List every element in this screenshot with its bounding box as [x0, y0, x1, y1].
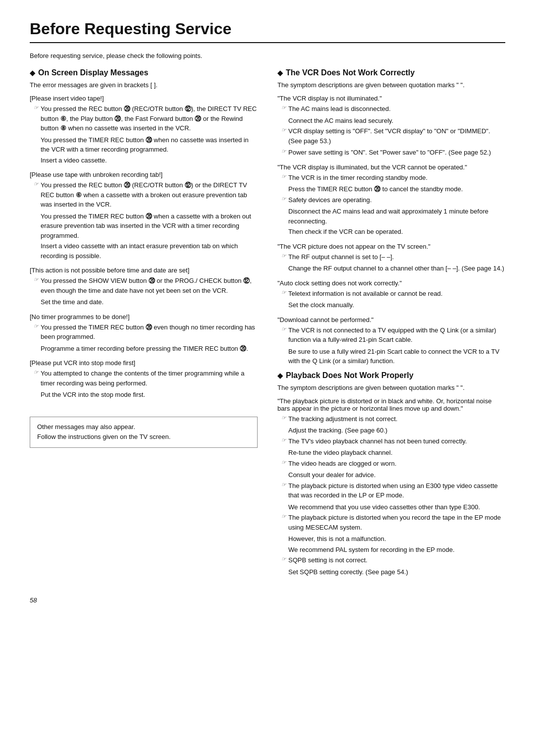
intro-text: Before requesting service, please check … [30, 52, 505, 59]
info-box-line-2: Follow the instructions given on the TV … [37, 432, 250, 442]
continuation-text: Insert a video cassette. [41, 156, 258, 165]
group-display-not-illuminated: "The VCR display is not illuminated." ☞ … [277, 95, 505, 158]
list-item: ☞ The playback picture is distorted when… [281, 513, 505, 532]
arrow-icon: ☞ [34, 323, 39, 329]
list-item: ☞ Teletext information is not available … [281, 289, 505, 299]
item-text: Safety devices are operating. [288, 195, 372, 205]
arrow-icon: ☞ [281, 253, 286, 259]
item-text: The TV's video playback channel has not … [288, 436, 467, 446]
continuation-text: Set the clock manually. [288, 300, 505, 310]
list-item: ☞ Safety devices are operating. [281, 195, 505, 205]
continuation-text: Put the VCR into the stop mode first. [41, 390, 258, 400]
item-text: You pressed the REC button ⑳ (REC/OTR bu… [41, 104, 258, 133]
item-text: The playback picture is distorted when y… [288, 513, 505, 532]
continuation-text: Re-tune the video playback channel. [288, 448, 505, 458]
item-text: You pressed the SHOW VIEW button ⑳ or th… [41, 276, 258, 295]
list-item: ☞ You pressed the TIMER REC button ⑳ eve… [34, 323, 258, 342]
page-title: Before Requesting Service [30, 20, 505, 43]
arrow-icon: ☞ [281, 513, 286, 520]
item-text: VCR display setting is "OFF". Set "VCR d… [288, 126, 505, 146]
list-item: ☞ VCR display setting is "OFF". Set "VCR… [281, 126, 505, 146]
bracket-heading-5: [Please put VCR into stop mode first] [30, 359, 258, 367]
item-text: The video heads are clogged or worn. [288, 459, 396, 469]
item-text: The playback picture is distorted when u… [288, 481, 505, 500]
arrow-icon: ☞ [281, 105, 286, 111]
item-text: The VCR is not connected to a TV equippe… [288, 325, 505, 345]
item-text: SQPB setting is not correct. [288, 555, 368, 565]
group-playback-distorted: "The playback picture is distorted or in… [277, 397, 505, 577]
item-text: Teletext information is not available or… [288, 289, 442, 299]
continuation-text: You pressed the TIMER REC button ⑳ when … [41, 135, 258, 155]
bracket-heading-4: [No timer programmes to be done!] [30, 313, 258, 321]
list-item: ☞ You pressed the SHOW VIEW button ⑳ or … [34, 276, 258, 295]
list-item: ☞ The playback picture is distorted when… [281, 481, 505, 500]
continuation-text: Change the RF output channel to a channe… [288, 264, 505, 273]
main-content: On Screen Display Messages The error mes… [30, 68, 505, 582]
continuation-text: Adjust the tracking. (See page 60.) [288, 426, 505, 435]
continuation-text: We recommend PAL system for recording in… [288, 545, 505, 555]
right-section-subtitle-2: The symptom descriptions are given betwe… [277, 384, 505, 391]
group-download: "Download cannot be performed." ☞ The VC… [277, 316, 505, 366]
continuation-text: Connect the AC mains lead securely. [288, 116, 505, 126]
list-item: ☞ SQPB setting is not correct. [281, 555, 505, 565]
right-section-title-1: The VCR Does Not Work Correctly [277, 68, 505, 77]
group-no-picture: "The VCR picture does not appear on the … [277, 243, 505, 273]
item-text: You attempted to change the contents of … [41, 369, 258, 388]
list-item: ☞ The TV's video playback channel has no… [281, 436, 505, 446]
quoted-heading: "The playback picture is distorted or in… [277, 397, 505, 412]
continuation-text: Set SQPB setting corectly. (See page 54.… [288, 567, 505, 577]
item-text: The tracking adjustment is not correct. [288, 414, 397, 424]
group-stop-mode: [Please put VCR into stop mode first] ☞ … [30, 359, 258, 400]
quoted-heading: "Download cannot be performed." [277, 316, 505, 324]
arrow-icon: ☞ [281, 289, 286, 296]
list-item: ☞ The AC mains lead is disconnected. [281, 104, 505, 114]
info-box: Other messages may also appear. Follow t… [30, 417, 258, 448]
continuation-text: However, this is not a malfunction. [288, 534, 505, 544]
group-insert-tape: [Please insert video tape!] ☞ You presse… [30, 95, 258, 165]
arrow-icon: ☞ [281, 482, 286, 488]
continuation-text: We recommend that you use video cassette… [288, 502, 505, 512]
arrow-icon: ☞ [281, 437, 286, 443]
arrow-icon: ☞ [281, 173, 286, 180]
continuation-text: Programme a timer recording before press… [41, 344, 258, 354]
arrow-icon: ☞ [34, 369, 39, 376]
list-item: ☞ The tracking adjustment is not correct… [281, 414, 505, 424]
list-item: ☞ Power save setting is "ON". Set "Power… [281, 148, 505, 158]
right-section-subtitle-1: The symptom descriptions are given betwe… [277, 81, 505, 89]
right-section-title-2: Playback Does Not Work Properly [277, 371, 505, 380]
info-box-line-1: Other messages may also appear. [37, 422, 250, 432]
quoted-heading: "The VCR display is not illuminated." [277, 95, 505, 102]
list-item: ☞ The VCR is not connected to a TV equip… [281, 325, 505, 345]
group-time-date: [This action is not possible before time… [30, 267, 258, 307]
continuation-text: Set the time and date. [41, 297, 258, 307]
continuation-text: Insert a video cassette with an intact e… [41, 241, 258, 261]
continuation-text: Then check if the VCR can be operated. [288, 227, 505, 237]
quoted-heading: "The VCR display is illuminated, but the… [277, 163, 505, 171]
arrow-icon: ☞ [34, 181, 39, 187]
arrow-icon: ☞ [281, 326, 286, 332]
continuation-text: You pressed the TIMER REC button ⑳ when … [41, 212, 258, 241]
item-text: You pressed the REC button ⑳ (REC/OTR bu… [41, 180, 258, 210]
arrow-icon: ☞ [281, 556, 286, 562]
arrow-icon: ☞ [281, 196, 286, 202]
page-number: 58 [30, 596, 505, 604]
left-column: On Screen Display Messages The error mes… [30, 68, 258, 448]
list-item: ☞ The VCR is in the timer recording stan… [281, 173, 505, 183]
arrow-icon: ☞ [34, 276, 39, 283]
continuation-text: Disconnect the AC mains lead and wait ap… [288, 207, 505, 226]
group-display-illuminated-no-op: "The VCR display is illuminated, but the… [277, 163, 505, 237]
group-no-timer: [No timer programmes to be done!] ☞ You … [30, 313, 258, 354]
arrow-icon: ☞ [281, 148, 286, 155]
continuation-text: Consult your dealer for advice. [288, 470, 505, 480]
list-item: ☞ You pressed the REC button ⑳ (REC/OTR … [34, 180, 258, 210]
left-section-subtitle: The error messages are given in brackets… [30, 81, 258, 89]
quoted-heading: "The VCR picture does not appear on the … [277, 243, 505, 250]
right-column: The VCR Does Not Work Correctly The symp… [277, 68, 505, 582]
group-unbroken-tab: [Please use tape with unbroken recording… [30, 171, 258, 261]
arrow-icon: ☞ [281, 127, 286, 133]
continuation-text: Press the TIMER REC button ⑳ to cancel t… [288, 184, 505, 194]
item-text: You pressed the TIMER REC button ⑳ even … [41, 323, 258, 342]
list-item: ☞ You attempted to change the contents o… [34, 369, 258, 388]
list-item: ☞ The RF output channel is set to [– –]. [281, 252, 505, 262]
group-auto-clock: "Auto clock setting does not work correc… [277, 279, 505, 310]
